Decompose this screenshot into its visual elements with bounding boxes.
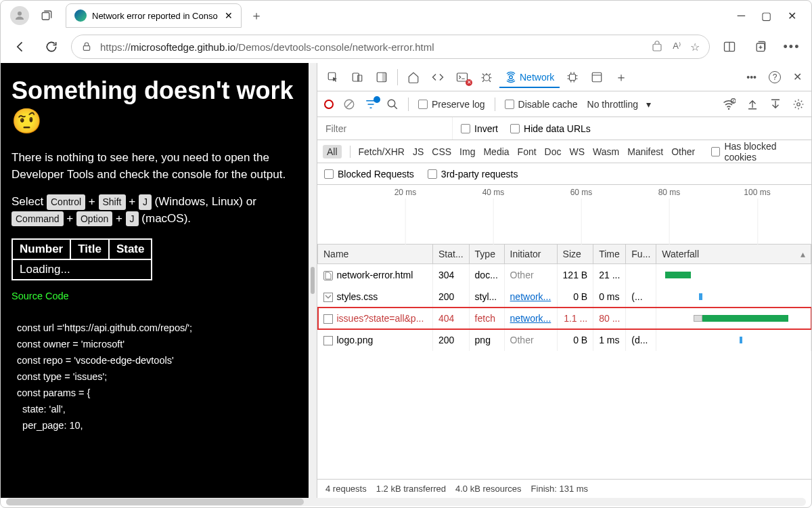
network-icon — [505, 71, 517, 83]
category-css[interactable]: CSS — [432, 146, 451, 157]
browser-titlebar: Network error reported in Conso ✕ ＋ ─ ▢ … — [1, 1, 811, 30]
device-tab[interactable] — [346, 67, 369, 87]
hide-data-urls-checkbox[interactable]: Hide data URLs — [510, 123, 591, 134]
svg-point-24 — [728, 108, 730, 110]
blocked-requests-checkbox[interactable]: Blocked Requests — [324, 169, 414, 179]
results-table: Number Title State Loading... — [12, 238, 152, 280]
inspect-icon — [327, 71, 339, 83]
category-other[interactable]: Other — [671, 146, 695, 157]
throttling-select[interactable]: No throttling ▾ — [587, 99, 651, 110]
close-devtools-button[interactable]: ✕ — [788, 66, 807, 87]
new-tab-button[interactable]: ＋ — [246, 5, 267, 26]
collections-button[interactable] — [749, 35, 772, 58]
initiator-link[interactable]: network... — [510, 313, 551, 324]
inspect-tab[interactable] — [321, 67, 344, 87]
filter-toggle-button[interactable] — [365, 98, 377, 110]
category-img[interactable]: Img — [459, 146, 475, 157]
category-fetchxhr[interactable]: Fetch/XHR — [359, 146, 405, 157]
has-blocked-cookies-checkbox[interactable]: Has blocked cookies — [711, 141, 806, 163]
help-button[interactable]: ? — [763, 67, 786, 87]
profile-button[interactable] — [10, 6, 29, 25]
code-icon — [432, 71, 444, 83]
request-row[interactable]: issues?state=all&p...404fetchnetwork...1… — [318, 308, 811, 329]
tab-close-icon[interactable]: ✕ — [225, 10, 233, 21]
application-tab[interactable] — [585, 67, 608, 87]
search-button[interactable] — [386, 98, 399, 110]
shopping-icon[interactable] — [651, 41, 663, 53]
dock-tab[interactable] — [370, 67, 393, 87]
refresh-button[interactable] — [40, 35, 63, 58]
category-ws[interactable]: WS — [570, 146, 585, 157]
svg-point-0 — [18, 12, 22, 16]
welcome-tab[interactable] — [402, 67, 425, 87]
network-status-bar: 4 requests 1.2 kB transferred 4.0 kB res… — [317, 479, 811, 498]
read-aloud-icon[interactable]: A⁾ — [673, 41, 681, 54]
elements-tab[interactable] — [426, 67, 449, 87]
network-request-grid: NameStat...TypeInitiatorSizeTimeFu...Wat… — [317, 245, 811, 479]
kbd-j: J — [139, 194, 152, 209]
settings-button[interactable] — [792, 98, 805, 110]
request-row[interactable]: logo.png200pngOther0 B1 ms(d... — [318, 329, 811, 351]
kbd-option: Option — [76, 211, 112, 226]
devtools-menu[interactable]: ••• — [741, 68, 762, 87]
split-screen-button[interactable] — [718, 35, 741, 58]
column-header[interactable]: Name — [318, 245, 433, 264]
dock-icon — [376, 71, 388, 83]
column-header[interactable]: Fu... — [626, 245, 656, 264]
column-header[interactable]: Size — [557, 245, 593, 264]
category-wasm[interactable]: Wasm — [593, 146, 619, 157]
more-tabs-button[interactable]: ＋ — [610, 65, 633, 89]
invert-checkbox[interactable]: Invert — [461, 123, 498, 134]
source-code-block: Source Code const url ='https://api.gith… — [12, 289, 298, 434]
category-media[interactable]: Media — [483, 146, 509, 157]
preserve-log-checkbox[interactable]: Preserve log — [418, 99, 485, 110]
scrollbar-thumb[interactable] — [6, 499, 304, 505]
tab-title: Network error reported in Conso — [92, 11, 218, 21]
horizontal-scrollbar[interactable] — [6, 498, 806, 506]
tab-manager-button[interactable] — [36, 5, 58, 26]
disable-cache-checkbox[interactable]: Disable cache — [505, 99, 578, 110]
category-all[interactable]: All — [323, 145, 342, 158]
svg-point-28 — [797, 102, 800, 106]
category-doc[interactable]: Doc — [545, 146, 562, 157]
browser-tab[interactable]: Network error reported in Conso ✕ — [66, 3, 242, 28]
svg-line-23 — [394, 106, 397, 109]
third-party-checkbox[interactable]: 3rd-party requests — [428, 169, 518, 179]
column-header[interactable]: Time — [593, 245, 626, 264]
category-manifest[interactable]: Manifest — [627, 146, 663, 157]
import-button[interactable] — [746, 98, 759, 110]
sources-tab[interactable] — [475, 67, 498, 87]
minimize-icon[interactable]: ─ — [738, 9, 745, 22]
column-header[interactable]: Waterfall▴ — [656, 245, 811, 264]
svg-rect-18 — [593, 72, 602, 82]
blocked-filter-row: Blocked Requests 3rd-party requests — [317, 163, 811, 185]
filter-input[interactable] — [317, 117, 453, 140]
network-tab[interactable]: Network — [499, 67, 560, 87]
column-header[interactable]: Stat... — [433, 245, 470, 264]
close-window-icon[interactable]: ✕ — [788, 9, 796, 22]
devtools-splitter[interactable] — [309, 63, 317, 498]
split-icon — [723, 40, 736, 54]
column-header[interactable]: Type — [469, 245, 504, 264]
menu-button[interactable]: ••• — [780, 35, 803, 58]
maximize-icon[interactable]: ▢ — [761, 9, 771, 22]
content-area: Something doesn't work 🤨 There is nothin… — [1, 63, 811, 498]
initiator-link[interactable]: network... — [510, 291, 551, 302]
svg-rect-1 — [42, 13, 49, 20]
record-button[interactable] — [324, 100, 334, 109]
category-font[interactable]: Font — [518, 146, 537, 157]
timeline-overview[interactable]: 20 ms40 ms60 ms80 ms100 ms — [317, 185, 811, 245]
console-tab[interactable]: ✕ — [451, 67, 474, 87]
category-js[interactable]: JS — [413, 146, 424, 157]
column-header[interactable]: Initiator — [504, 245, 557, 264]
back-button[interactable] — [9, 35, 32, 58]
network-conditions-icon[interactable] — [722, 98, 736, 111]
omnibox[interactable]: https://microsoftedge.github.io/Demos/de… — [71, 35, 710, 59]
col-number: Number — [12, 239, 70, 259]
request-row[interactable]: styles.css200styl...network...0 B0 ms(..… — [318, 286, 811, 308]
performance-tab[interactable] — [561, 67, 584, 87]
export-button[interactable] — [769, 98, 782, 110]
clear-button[interactable] — [343, 98, 355, 110]
request-row[interactable]: network-error.html304doc...Other121 B21 … — [318, 264, 811, 287]
favorite-icon[interactable]: ☆ — [690, 41, 700, 54]
